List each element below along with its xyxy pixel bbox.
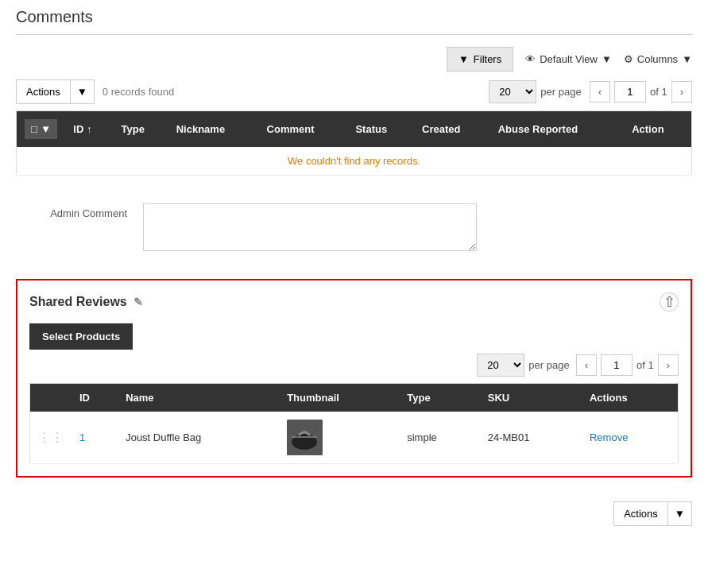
default-view-button[interactable]: 👁 Default View ▼ bbox=[525, 53, 612, 65]
products-next-page-button[interactable]: › bbox=[658, 354, 679, 376]
sort-icon: ↑ bbox=[87, 123, 92, 135]
eye-icon: 👁 bbox=[525, 53, 536, 65]
actions-button[interactable]: Actions bbox=[17, 80, 70, 103]
product-actions-cell: Remove bbox=[582, 412, 679, 464]
product-name-cell: Joust Duffle Bag bbox=[118, 412, 279, 464]
gear-icon: ⚙ bbox=[624, 53, 633, 65]
products-prev-page-button[interactable]: ‹ bbox=[576, 354, 597, 376]
product-type-cell: simple bbox=[399, 412, 479, 464]
products-per-page-dropdown[interactable]: 20 50 100 bbox=[477, 354, 524, 377]
chevron-down-icon-3: ▼ bbox=[77, 86, 87, 98]
products-col-sku: SKU bbox=[480, 384, 582, 412]
columns-label: Columns bbox=[637, 53, 678, 65]
view-label: Default View bbox=[540, 53, 598, 65]
checkbox-dropdown-arrow: ▼ bbox=[41, 123, 51, 135]
chevron-down-icon: ▼ bbox=[602, 53, 612, 65]
col-type: Type bbox=[114, 111, 168, 148]
drag-handle-cell: ⋮⋮ bbox=[30, 412, 72, 464]
comments-grid: □ ▼ ID ↑ Type Nickname Comment Status Cr… bbox=[16, 110, 692, 176]
products-grid: ID Name Thumbnail Type SKU Actions ⋮⋮ 1 bbox=[29, 383, 679, 464]
pagination-group: ‹ of 1 › bbox=[590, 81, 692, 103]
products-page-number-input[interactable] bbox=[601, 354, 633, 376]
edit-icon[interactable]: ✎ bbox=[133, 296, 143, 308]
col-created: Created bbox=[414, 111, 490, 148]
shared-reviews-title-text: Shared Reviews bbox=[29, 295, 127, 309]
shared-reviews-title-group: Shared Reviews ✎ bbox=[29, 295, 143, 309]
products-col-id: ID bbox=[72, 384, 118, 412]
products-col-actions: Actions bbox=[582, 384, 679, 412]
filter-icon: ▼ bbox=[458, 53, 469, 65]
checkbox-icon: □ bbox=[31, 123, 37, 135]
per-page-dropdown[interactable]: 20 50 100 bbox=[489, 80, 536, 103]
page-number-input[interactable] bbox=[614, 81, 646, 103]
empty-message: We couldn't find any records. bbox=[17, 147, 692, 176]
records-count: 0 records found bbox=[103, 86, 174, 98]
remove-product-link[interactable]: Remove bbox=[590, 431, 628, 443]
prev-page-button[interactable]: ‹ bbox=[590, 81, 610, 103]
admin-comment-section: Admin Comment bbox=[16, 191, 692, 263]
svg-point-1 bbox=[292, 434, 317, 450]
table-row: ⋮⋮ 1 Joust Duffle Bag bbox=[30, 412, 679, 464]
products-col-type: Type bbox=[399, 384, 479, 412]
col-action: Action bbox=[624, 111, 691, 148]
col-status: Status bbox=[347, 111, 414, 148]
bag-thumbnail-svg bbox=[287, 420, 323, 455]
products-col-thumbnail: Thumbnail bbox=[279, 384, 399, 412]
next-page-button[interactable]: › bbox=[671, 81, 692, 103]
chevron-down-icon-4: ▼ bbox=[675, 508, 685, 520]
bottom-actions-dropdown-button[interactable]: ▼ bbox=[667, 502, 691, 525]
columns-button[interactable]: ⚙ Columns ▼ bbox=[624, 53, 692, 65]
grid-header-row: □ ▼ ID ↑ Type Nickname Comment Status Cr… bbox=[17, 111, 692, 148]
col-id: ID ↑ bbox=[65, 111, 113, 148]
col-abuse-reported: Abuse Reported bbox=[490, 111, 624, 148]
filters-button[interactable]: ▼ Filters bbox=[447, 47, 513, 72]
products-per-page-select: 20 50 100 per page bbox=[477, 354, 569, 377]
page-title: Comments bbox=[16, 8, 692, 35]
admin-comment-row: Admin Comment bbox=[16, 191, 692, 263]
per-page-select: 20 50 100 per page bbox=[489, 80, 581, 103]
bottom-actions-button[interactable]: Actions bbox=[614, 502, 667, 525]
filters-label: Filters bbox=[474, 53, 501, 65]
bottom-actions-section: Actions ▼ bbox=[16, 493, 692, 534]
grid-toolbar: Actions ▼ 0 records found 20 50 100 per … bbox=[16, 79, 692, 104]
collapse-button[interactable]: ⇧ bbox=[660, 292, 679, 311]
product-id-link[interactable]: 1 bbox=[79, 431, 85, 443]
product-thumbnail-cell bbox=[279, 412, 399, 464]
col-nickname: Nickname bbox=[168, 111, 259, 148]
product-name: Joust Duffle Bag bbox=[126, 431, 201, 443]
products-of-total-label: of 1 bbox=[636, 359, 654, 371]
actions-dropdown-button[interactable]: ▼ bbox=[70, 80, 94, 103]
chevron-down-icon-2: ▼ bbox=[682, 53, 692, 65]
product-type: simple bbox=[407, 431, 437, 443]
select-all-checkbox[interactable]: □ ▼ bbox=[25, 119, 57, 139]
col-comment: Comment bbox=[259, 111, 348, 148]
top-toolbar: ▼ Filters 👁 Default View ▼ ⚙ Columns ▼ bbox=[16, 47, 692, 72]
products-grid-toolbar: 20 50 100 per page ‹ of 1 › bbox=[29, 354, 679, 377]
product-thumbnail bbox=[287, 420, 323, 455]
actions-button-group: Actions ▼ bbox=[16, 79, 95, 104]
admin-comment-textarea[interactable] bbox=[143, 203, 477, 251]
products-pagination-group: ‹ of 1 › bbox=[576, 354, 679, 376]
product-sku-cell: 24-MB01 bbox=[480, 412, 582, 464]
product-sku: 24-MB01 bbox=[488, 431, 530, 443]
of-total-label: of 1 bbox=[650, 86, 667, 98]
select-products-button[interactable]: Select Products bbox=[29, 323, 133, 350]
checkbox-header-cell: □ ▼ bbox=[17, 111, 66, 148]
drag-handle-icon[interactable]: ⋮⋮ bbox=[38, 431, 64, 444]
products-col-name: Name bbox=[118, 384, 279, 412]
product-id-cell: 1 bbox=[72, 412, 118, 464]
shared-reviews-header: Shared Reviews ✎ ⇧ bbox=[29, 292, 679, 311]
per-page-label: per page bbox=[540, 86, 581, 98]
shared-reviews-section: Shared Reviews ✎ ⇧ Select Products 20 50… bbox=[16, 279, 692, 478]
products-header-row: ID Name Thumbnail Type SKU Actions bbox=[30, 384, 679, 412]
empty-row: We couldn't find any records. bbox=[17, 147, 692, 176]
products-col-drag bbox=[30, 384, 72, 412]
bottom-actions-button-group: Actions ▼ bbox=[613, 501, 692, 526]
admin-comment-label: Admin Comment bbox=[32, 203, 127, 219]
products-per-page-label: per page bbox=[528, 359, 569, 371]
